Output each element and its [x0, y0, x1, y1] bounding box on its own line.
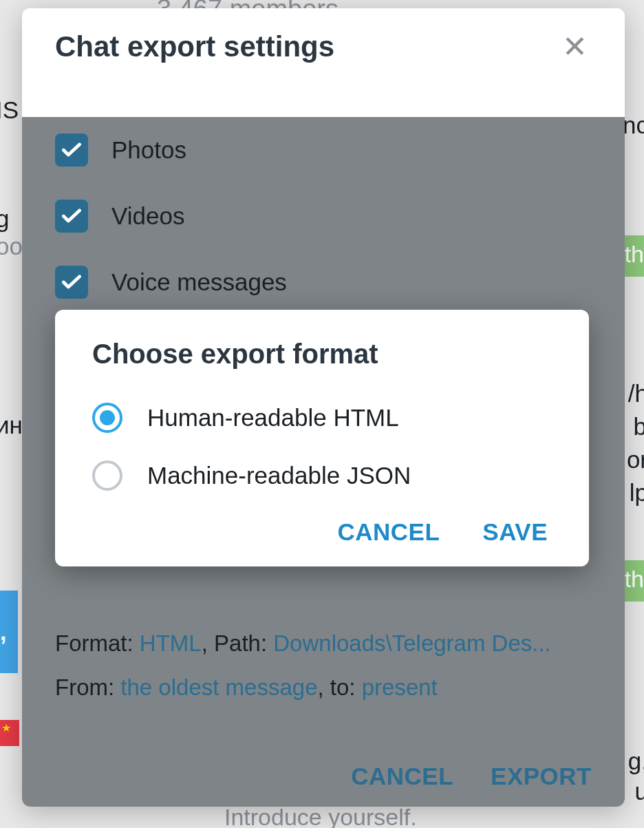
bg-text: u: [635, 778, 644, 805]
choose-export-format-dialog: Choose export format Human-readable HTML…: [55, 310, 589, 566]
cancel-button[interactable]: CANCEL: [337, 518, 440, 546]
export-button[interactable]: EXPORT: [491, 763, 592, 790]
format-path-line: Format: HTML, Path: Downloads\Telegram D…: [55, 630, 592, 657]
radio-label: Machine-readable JSON: [147, 462, 411, 489]
to-link[interactable]: present: [362, 675, 438, 700]
radio-html[interactable]: Human-readable HTML: [92, 403, 552, 433]
check-icon: [62, 142, 81, 158]
bg-flag-icon: [0, 720, 19, 746]
checkbox-box: [55, 134, 88, 167]
path-label: , Path:: [202, 630, 274, 656]
close-icon[interactable]: ✕: [558, 32, 592, 62]
bg-text: or: [627, 446, 644, 474]
bg-text: IS: [0, 96, 19, 124]
path-link[interactable]: Downloads\Telegram Des...: [273, 630, 551, 656]
bg-text: lp: [630, 479, 644, 507]
to-label: , to:: [318, 675, 362, 700]
checkbox-photos[interactable]: Photos: [55, 134, 592, 167]
checkbox-label: Voice messages: [111, 268, 287, 296]
format-label: Format:: [55, 630, 140, 656]
radio-label: Human-readable HTML: [147, 404, 399, 432]
radio-json[interactable]: Machine-readable JSON: [92, 460, 552, 491]
format-dialog-footer: CANCEL SAVE: [92, 518, 552, 546]
bg-text: g: [0, 205, 9, 233]
check-icon: [62, 209, 81, 224]
cancel-button[interactable]: CANCEL: [351, 763, 453, 790]
from-link[interactable]: the oldest message: [120, 675, 317, 700]
bg-text: b: [634, 413, 644, 440]
checkbox-box: [55, 266, 88, 299]
bg-text: /h: [628, 380, 644, 407]
bg-text: ,: [0, 618, 7, 646]
check-icon: [62, 275, 81, 290]
radio-button: [92, 460, 122, 491]
format-link[interactable]: HTML: [140, 630, 202, 656]
dialog-header: Chat export settings ✕: [22, 8, 625, 83]
bg-text: Introduce yourself.: [224, 804, 417, 828]
bg-text: g,: [628, 747, 644, 775]
checkbox-label: Videos: [111, 202, 184, 230]
dialog-title: Chat export settings: [55, 30, 334, 63]
format-dialog-title: Choose export format: [92, 339, 552, 370]
checkbox-label: Photos: [111, 136, 186, 164]
dialog-footer: CANCEL EXPORT: [351, 763, 592, 790]
checkbox-videos[interactable]: Videos: [55, 200, 592, 233]
radio-button: [92, 403, 122, 433]
save-button[interactable]: SAVE: [482, 518, 548, 546]
from-label: From:: [55, 675, 120, 700]
bg-text: nc: [623, 112, 644, 139]
bg-text: ин: [0, 412, 23, 439]
checkbox-box: [55, 200, 88, 233]
from-to-line: From: the oldest message, to: present: [55, 675, 592, 701]
checkbox-voice-messages[interactable]: Voice messages: [55, 266, 592, 299]
bg-text: oo: [0, 233, 23, 260]
